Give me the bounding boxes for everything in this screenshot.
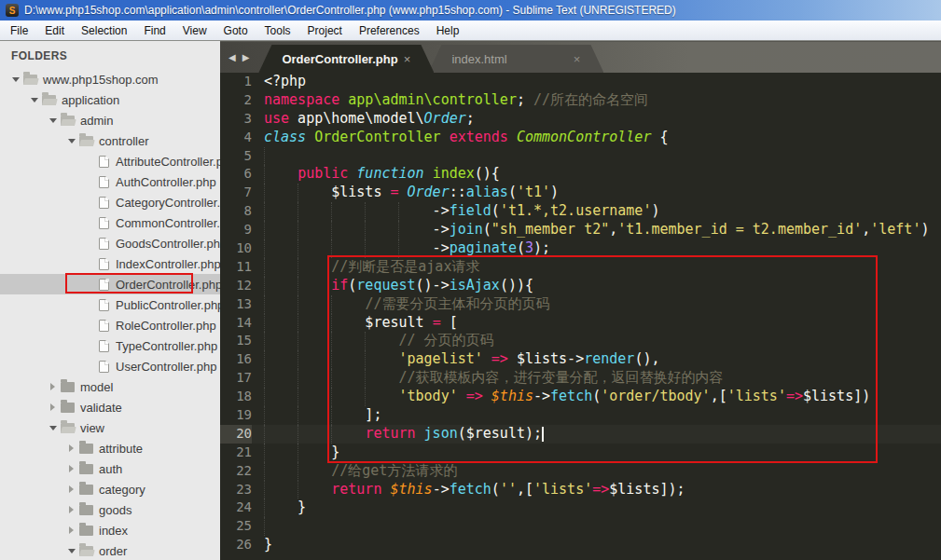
chevron-down-icon[interactable]: [65, 549, 77, 553]
code-line-24[interactable]: 24 }: [220, 499, 941, 517]
menu-selection[interactable]: Selection: [73, 21, 135, 40]
tree-item-auth[interactable]: auth: [0, 458, 220, 479]
chevron-down-icon[interactable]: [65, 139, 77, 143]
chevron-right-icon[interactable]: [65, 485, 77, 493]
menu-help[interactable]: Help: [428, 21, 468, 40]
tree-item-authcontroller-php[interactable]: AuthController.php: [0, 171, 220, 192]
indent-guide: [331, 314, 332, 333]
tree-item-publiccontroller-php[interactable]: PublicController.php: [0, 294, 220, 315]
code-line-3[interactable]: 3use app\home\model\Order;: [220, 110, 941, 129]
code-line-20[interactable]: 20 return json($result);: [220, 425, 941, 444]
indent-guide: [264, 184, 265, 202]
folder-open-icon: [79, 136, 93, 146]
close-icon[interactable]: ×: [574, 52, 581, 66]
tree-item-usercontroller-php[interactable]: UserController.php: [0, 356, 220, 376]
line-text: return $this->fetch('',['lists'=>$lists]…: [252, 481, 941, 499]
tree-item-indexcontroller-php[interactable]: IndexController.php: [0, 253, 220, 274]
tree-item-ordercontroller-php[interactable]: OrderController.php: [0, 274, 220, 294]
code-line-23[interactable]: 23 return $this->fetch('',['lists'=>$lis…: [220, 481, 941, 499]
tree-item-admin[interactable]: admin: [0, 110, 220, 130]
code-line-6[interactable]: 6 public function index(){: [220, 165, 941, 184]
line-text: ->field('t1.*,t2.username'): [252, 202, 941, 221]
code-line-7[interactable]: 7 $lists = Order::alias('t1'): [220, 184, 941, 202]
tree-item-categorycontroller-php[interactable]: CategoryController.php: [0, 192, 220, 212]
tree-item-label: AttributeController.php: [116, 155, 220, 169]
code-line-16[interactable]: 16 'pagelist' => $lists->render(),: [220, 350, 941, 369]
folders-header: FOLDERS: [0, 41, 220, 69]
menu-find[interactable]: Find: [135, 21, 173, 40]
chevron-down-icon[interactable]: [47, 118, 59, 123]
tree-item-label: UserController.php: [116, 360, 216, 374]
code-line-10[interactable]: 10 ->paginate(3);: [220, 239, 941, 258]
tab-ordercontroller-php[interactable]: OrderController.php×: [258, 45, 434, 73]
tree-item-order[interactable]: order: [0, 540, 220, 560]
tree-item-validate[interactable]: validate: [0, 397, 220, 417]
chevron-right-icon[interactable]: [65, 444, 77, 452]
chevron-down-icon[interactable]: [47, 426, 59, 430]
menu-goto[interactable]: Goto: [215, 21, 256, 40]
chevron-down-icon[interactable]: [9, 77, 21, 82]
chevron-down-icon[interactable]: [28, 98, 40, 102]
code-line-5[interactable]: 5: [220, 147, 941, 166]
code-line-9[interactable]: 9 ->join("sh_member t2",'t1.member_id = …: [220, 221, 941, 239]
code-line-15[interactable]: 15 // 分页的页码: [220, 332, 941, 350]
tree-item-controller[interactable]: controller: [0, 130, 220, 151]
prev-tab-button[interactable]: ◀: [228, 53, 236, 62]
next-tab-button[interactable]: ▶: [242, 53, 250, 62]
menu-file[interactable]: File: [2, 21, 36, 40]
code-line-14[interactable]: 14 $result = [: [220, 314, 941, 333]
code-line-18[interactable]: 18 'tbody' => $this->fetch('order/tbody'…: [220, 388, 941, 406]
chevron-right-icon[interactable]: [47, 403, 59, 411]
menu-edit[interactable]: Edit: [36, 21, 73, 40]
code-line-1[interactable]: 1<?php: [220, 73, 941, 91]
tree-item-view[interactable]: view: [0, 417, 220, 438]
code-editor[interactable]: 1<?php2namespace app\admin\controller; /…: [220, 73, 941, 560]
tree-item-rolecontroller-php[interactable]: RoleController.php: [0, 315, 220, 335]
indent-guide: [298, 221, 298, 239]
menu-view[interactable]: View: [174, 21, 215, 40]
tree-item-attributecontroller-php[interactable]: AttributeController.php: [0, 151, 220, 171]
tree-item-category[interactable]: category: [0, 479, 220, 499]
tree-item-label: RoleController.php: [116, 319, 216, 333]
file-icon: [99, 279, 109, 291]
tree-item-goodscontroller-php[interactable]: GoodsController.php: [0, 233, 220, 253]
tree-item-index[interactable]: index: [0, 520, 220, 540]
chevron-right-icon[interactable]: [47, 383, 59, 390]
chevron-right-icon[interactable]: [65, 465, 77, 472]
close-icon[interactable]: ×: [404, 52, 411, 66]
chevron-right-icon[interactable]: [65, 506, 77, 513]
tree-item-attribute[interactable]: attribute: [0, 438, 220, 458]
code-line-17[interactable]: 17 //获取模板内容，进行变量分配，返回替换好的内容: [220, 369, 941, 388]
code-line-8[interactable]: 8 ->field('t1.*,t2.username'): [220, 202, 941, 221]
tree-item-commoncontroller-php[interactable]: CommonController.php: [0, 212, 220, 233]
indent-guide: [298, 462, 298, 481]
main-split: FOLDERS www.php15shop.comapplicationadmi…: [0, 41, 941, 560]
code-line-13[interactable]: 13 //需要分页主体和分页的页码: [220, 295, 941, 314]
code-line-26[interactable]: 26}: [220, 536, 941, 554]
code-line-12[interactable]: 12 if(request()->isAjax()){: [220, 277, 941, 295]
tree-item-label: OrderController.php: [116, 278, 220, 292]
tree-item-model[interactable]: model: [0, 376, 220, 397]
title-bar[interactable]: S D:\www.php15shop.com\application\admin…: [0, 0, 941, 20]
chevron-right-icon[interactable]: [65, 526, 77, 534]
code-line-11[interactable]: 11 //判断是否是ajax请求: [220, 258, 941, 277]
code-line-25[interactable]: 25: [220, 517, 941, 536]
code-line-19[interactable]: 19 ];: [220, 406, 941, 425]
code-line-22[interactable]: 22 //给get方法请求的: [220, 462, 941, 481]
file-icon: [99, 258, 109, 270]
line-text: 'pagelist' => $lists->render(),: [252, 350, 941, 369]
menu-preferences[interactable]: Preferences: [351, 21, 428, 40]
indent-guide: [298, 239, 298, 258]
code-line-21[interactable]: 21 }: [220, 444, 941, 462]
code-line-2[interactable]: 2namespace app\admin\controller; //所在的命名…: [220, 91, 941, 110]
code-line-4[interactable]: 4class OrderController extends CommonCon…: [220, 129, 941, 147]
tab-index-html[interactable]: index.html×: [428, 45, 603, 73]
line-text: //给get方法请求的: [252, 462, 941, 481]
tree-item-goods[interactable]: goods: [0, 499, 220, 520]
tree-item-application[interactable]: application: [0, 89, 220, 110]
tree-item-typecontroller-php[interactable]: TypeController.php: [0, 335, 220, 356]
menu-project[interactable]: Project: [299, 21, 351, 40]
line-text: <?php: [252, 73, 941, 91]
menu-tools[interactable]: Tools: [256, 21, 299, 40]
tree-item-www-php15shop-com[interactable]: www.php15shop.com: [0, 69, 220, 89]
